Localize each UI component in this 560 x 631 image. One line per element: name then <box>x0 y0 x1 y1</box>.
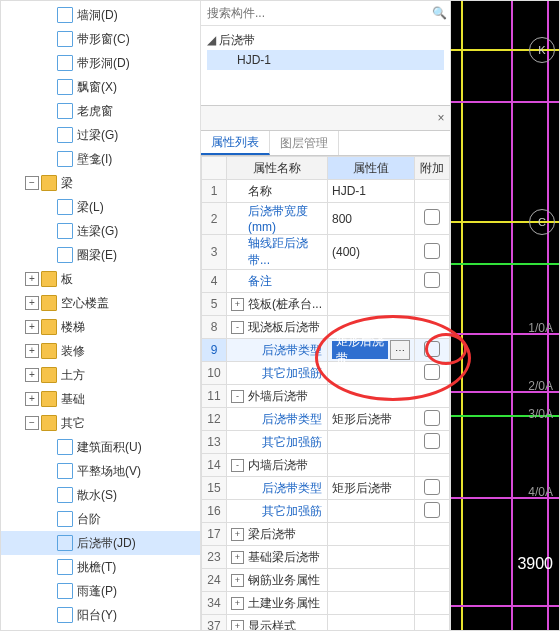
collapse-icon[interactable]: - <box>231 321 244 334</box>
extra-cell[interactable] <box>415 477 450 500</box>
category-tree[interactable]: 墙洞(D)带形窗(C)带形洞(D)飘窗(X)老虎窗过梁(G)壁龛(I)−梁梁(L… <box>1 1 201 630</box>
property-row[interactable]: 3轴线距后浇带...(400) <box>202 235 450 270</box>
property-row[interactable]: 37+显示样式 <box>202 615 450 631</box>
extra-cell[interactable] <box>415 615 450 631</box>
tree-item[interactable]: 过梁(G) <box>1 123 200 147</box>
expand-icon[interactable]: + <box>231 551 244 564</box>
expand-icon[interactable]: + <box>231 620 244 631</box>
property-row[interactable]: 16其它加强筋 <box>202 500 450 523</box>
tab-layers[interactable]: 图层管理 <box>270 131 339 155</box>
tree-folder[interactable]: −其它 <box>1 411 200 435</box>
tree-item[interactable]: 散水(S) <box>1 483 200 507</box>
ellipsis-button[interactable]: ⋯ <box>390 340 410 360</box>
extra-cell[interactable] <box>415 592 450 615</box>
tree-item[interactable]: 建筑面积(U) <box>1 435 200 459</box>
collapse-icon[interactable]: − <box>25 176 39 190</box>
tree-item[interactable]: 老虎窗 <box>1 99 200 123</box>
expand-icon[interactable]: + <box>231 597 244 610</box>
property-value[interactable]: HJD-1 <box>328 180 414 202</box>
extra-cell[interactable] <box>415 431 450 454</box>
expand-icon[interactable]: + <box>25 368 39 382</box>
property-value[interactable] <box>328 546 414 568</box>
property-value[interactable] <box>328 592 414 614</box>
tree-item[interactable]: 带形洞(D) <box>1 51 200 75</box>
extra-cell[interactable] <box>415 362 450 385</box>
property-value[interactable] <box>328 500 414 522</box>
extra-cell[interactable] <box>415 339 450 362</box>
expand-icon[interactable]: + <box>25 296 39 310</box>
search-input[interactable] <box>201 6 428 20</box>
property-value[interactable] <box>328 385 414 407</box>
property-row[interactable]: 12后浇带类型矩形后浇带 <box>202 408 450 431</box>
property-value[interactable] <box>328 362 414 384</box>
extra-cell[interactable] <box>415 454 450 477</box>
component-item[interactable]: HJD-1 <box>207 50 444 70</box>
component-tree[interactable]: ◢ 后浇带 HJD-1 <box>201 26 450 106</box>
expand-icon[interactable]: + <box>231 528 244 541</box>
checkbox[interactable] <box>424 341 440 357</box>
property-row[interactable]: 2后浇带宽度(mm)800 <box>202 203 450 235</box>
extra-cell[interactable] <box>415 316 450 339</box>
extra-cell[interactable] <box>415 203 450 235</box>
tree-item[interactable]: 壁龛(I) <box>1 147 200 171</box>
checkbox[interactable] <box>424 479 440 495</box>
extra-cell[interactable] <box>415 408 450 431</box>
close-icon[interactable]: × <box>432 111 450 125</box>
checkbox[interactable] <box>424 433 440 449</box>
tree-item[interactable]: 圈梁(E) <box>1 243 200 267</box>
property-value[interactable] <box>328 523 414 545</box>
extra-cell[interactable] <box>415 523 450 546</box>
property-row[interactable]: 4备注 <box>202 270 450 293</box>
extra-cell[interactable] <box>415 546 450 569</box>
property-value[interactable]: 矩形后浇带⋯ <box>328 339 414 361</box>
extra-cell[interactable] <box>415 569 450 592</box>
checkbox[interactable] <box>424 243 440 259</box>
property-row[interactable]: 34+土建业务属性 <box>202 592 450 615</box>
checkbox[interactable] <box>424 364 440 380</box>
extra-cell[interactable] <box>415 500 450 523</box>
expand-icon[interactable]: + <box>231 574 244 587</box>
checkbox[interactable] <box>424 209 440 225</box>
property-value[interactable]: 矩形后浇带 <box>328 477 414 499</box>
property-row[interactable]: 11-外墙后浇带 <box>202 385 450 408</box>
extra-cell[interactable] <box>415 385 450 408</box>
tree-item[interactable]: 雨蓬(P) <box>1 579 200 603</box>
property-row[interactable]: 13其它加强筋 <box>202 431 450 454</box>
property-value[interactable] <box>328 270 414 292</box>
tree-item[interactable]: 梁(L) <box>1 195 200 219</box>
extra-cell[interactable] <box>415 293 450 316</box>
property-value[interactable] <box>328 615 414 630</box>
property-row[interactable]: 10其它加强筋 <box>202 362 450 385</box>
property-value[interactable]: 800 <box>328 203 414 234</box>
property-value[interactable] <box>328 431 414 453</box>
tree-item[interactable]: 阳台(Y) <box>1 603 200 627</box>
tree-item[interactable]: 带形窗(C) <box>1 27 200 51</box>
extra-cell[interactable] <box>415 180 450 203</box>
tree-item[interactable]: 平整场地(V) <box>1 459 200 483</box>
property-row[interactable]: 1名称HJD-1 <box>202 180 450 203</box>
checkbox[interactable] <box>424 272 440 288</box>
search-icon[interactable]: 🔍 <box>428 6 450 20</box>
tree-item[interactable]: 飘窗(X) <box>1 75 200 99</box>
expand-icon[interactable]: + <box>231 298 244 311</box>
component-root[interactable]: ◢ 后浇带 <box>207 30 444 50</box>
expand-icon[interactable]: + <box>25 392 39 406</box>
tree-folder[interactable]: −梁 <box>1 171 200 195</box>
property-row[interactable]: 5+筏板(桩承台... <box>202 293 450 316</box>
property-value[interactable] <box>328 454 414 476</box>
property-value[interactable]: 矩形后浇带 <box>328 408 414 430</box>
property-row[interactable]: 14-内墙后浇带 <box>202 454 450 477</box>
collapse-icon[interactable]: ◢ <box>207 33 219 47</box>
expand-icon[interactable]: + <box>25 320 39 334</box>
expand-icon[interactable]: + <box>25 272 39 286</box>
tree-item[interactable]: 台阶 <box>1 507 200 531</box>
tree-folder[interactable]: +基础 <box>1 387 200 411</box>
tab-properties[interactable]: 属性列表 <box>201 131 270 155</box>
tree-folder[interactable]: +装修 <box>1 339 200 363</box>
property-row[interactable]: 23+基础梁后浇带 <box>202 546 450 569</box>
collapse-icon[interactable]: − <box>25 416 39 430</box>
tree-folder[interactable]: +楼梯 <box>1 315 200 339</box>
tree-item[interactable]: 挑檐(T) <box>1 555 200 579</box>
property-row[interactable]: 17+梁后浇带 <box>202 523 450 546</box>
tree-item[interactable]: 后浇带(JD) <box>1 531 200 555</box>
